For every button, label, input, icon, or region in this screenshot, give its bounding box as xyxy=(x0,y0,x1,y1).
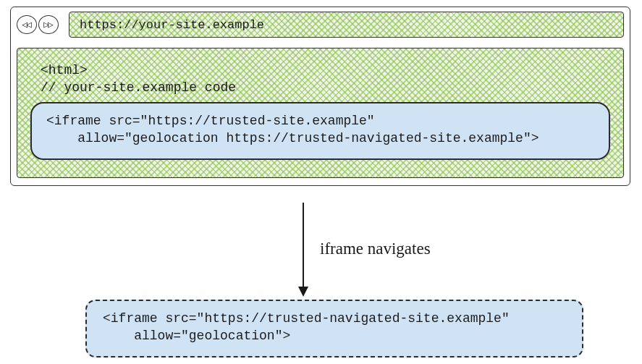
forward-button[interactable]: ▷▷ xyxy=(38,15,59,34)
address-bar[interactable]: https://your-site.example xyxy=(69,12,624,38)
back-button[interactable]: ◁◁ xyxy=(17,15,37,34)
iframe-after-line-2: allow="geolocation"> xyxy=(103,329,566,343)
browser-window: ◁◁ ▷▷ https://your-site.example <html> /… xyxy=(10,7,630,186)
iframe-before-line-2: allow="geolocation https://trusted-navig… xyxy=(46,131,594,145)
page-code-line-2: // your-site.example code xyxy=(41,80,610,95)
arrow-label: iframe navigates xyxy=(320,240,431,258)
iframe-before-line-1: <iframe src="https://trusted-site.exampl… xyxy=(46,114,594,128)
navigation-arrow xyxy=(303,203,304,297)
browser-toolbar: ◁◁ ▷▷ https://your-site.example xyxy=(11,7,630,42)
iframe-after-box: <iframe src="https://trusted-navigated-s… xyxy=(85,300,583,357)
arrow-head-icon xyxy=(298,287,308,297)
page-viewport: <html> // your-site.example code <iframe… xyxy=(17,48,624,178)
arrow-line xyxy=(303,203,304,289)
iframe-after-line-1: <iframe src="https://trusted-navigated-s… xyxy=(103,311,566,326)
iframe-before-box: <iframe src="https://trusted-site.exampl… xyxy=(30,102,610,160)
page-code-line-1: <html> xyxy=(41,63,610,77)
